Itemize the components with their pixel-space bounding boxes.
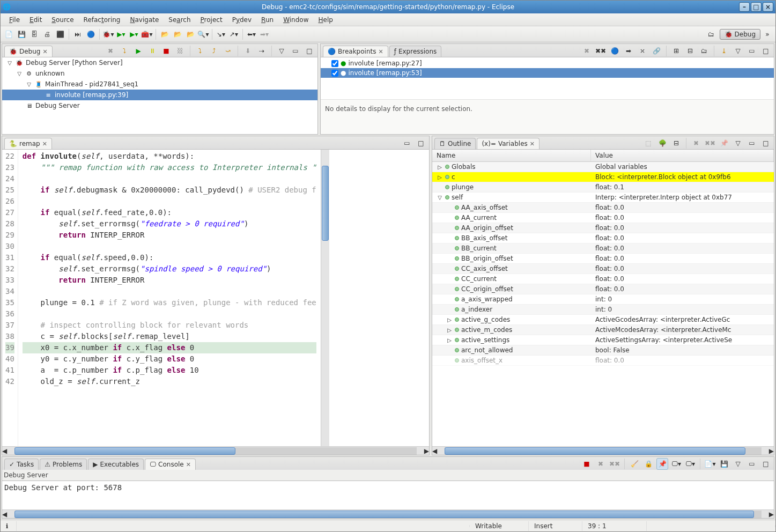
debug-tree-item[interactable]: ≡involute [remap.py:39] <box>2 90 317 100</box>
menu-refactoring[interactable]: Refactoring <box>79 15 125 25</box>
variable-row[interactable]: BB_axis_offsetfloat: 0.0 <box>432 233 774 243</box>
menu-window[interactable]: Window <box>279 15 313 25</box>
collapse-all-icon[interactable]: ⊟ <box>670 137 682 149</box>
menu-source[interactable]: Source <box>47 15 78 25</box>
connect-icon[interactable]: ⤵ <box>119 45 130 57</box>
breakpoint-checkbox[interactable] <box>331 70 338 77</box>
debug-icon[interactable]: 🐞▾ <box>102 28 114 40</box>
print-icon[interactable]: 🖨 <box>41 28 53 40</box>
code-line[interactable]: a = c.p_number if c.p_flag else 10 <box>23 365 316 376</box>
search-icon[interactable]: 🔍▾ <box>197 28 209 40</box>
menu-navigate[interactable]: Navigate <box>126 15 164 25</box>
breakpoint-checkbox[interactable] <box>331 60 338 67</box>
close-icon[interactable]: ✕ <box>42 48 47 55</box>
menu-run[interactable]: Run <box>257 15 278 25</box>
terminate-icon[interactable]: ■ <box>581 458 593 470</box>
code-line[interactable]: if self.debugmask & 0x20000000: call_pyd… <box>23 184 316 196</box>
perspective-debug[interactable]: 🐞 Debug <box>720 29 760 40</box>
show-type-icon[interactable]: ⬚ <box>642 137 654 149</box>
select-all-icon[interactable]: ✖✖ <box>704 137 716 149</box>
new-console-icon[interactable]: 📄▾ <box>704 458 716 470</box>
drop-to-frame-icon[interactable]: ⬇ <box>242 45 254 57</box>
code-line[interactable] <box>23 308 316 320</box>
tab-problems[interactable]: ⚠Problems <box>40 459 87 470</box>
menu-project[interactable]: Project <box>196 15 227 25</box>
variable-row[interactable]: ▷active_m_codesActiveMcodesArray: <inter… <box>432 325 774 335</box>
maximize-panel-icon[interactable]: □ <box>415 137 427 149</box>
code-line[interactable] <box>23 241 316 252</box>
menu-pydev[interactable]: Pydev <box>228 15 256 25</box>
prev-annotation-icon[interactable]: ↗▾ <box>228 28 240 40</box>
tab-debug[interactable]: 🐞 Debug ✕ <box>4 46 53 57</box>
remove-all-icon[interactable]: ✖✖ <box>595 45 607 57</box>
add-watch-icon[interactable]: ✖ <box>690 137 702 149</box>
code-line[interactable]: return INTERP_ERROR <box>23 275 316 286</box>
remove-all-terminated-icon[interactable]: ✖✖ <box>609 458 620 470</box>
code-line[interactable]: self.set_errormsg("feedrate > 0 required… <box>23 218 316 230</box>
collapse-all-icon[interactable]: ⊟ <box>684 45 696 57</box>
goto-file-icon[interactable]: ➡ <box>623 45 634 57</box>
variable-row[interactable]: ▷active_settingsActiveSettingsArray: <in… <box>432 335 774 345</box>
variables-hscroll[interactable]: ◀▶ <box>432 446 774 455</box>
minimize-panel-icon[interactable]: ▭ <box>290 45 301 57</box>
remove-icon[interactable]: ✖ <box>581 45 593 57</box>
code-line[interactable]: self.set_errormsg("spindle speed > 0 req… <box>23 263 316 275</box>
variable-row[interactable]: ▷cBlock: <interpreter.Block object at 0x… <box>432 172 774 182</box>
variable-row[interactable]: axis_offset_xfloat: 0.0 <box>432 356 774 366</box>
minimize-panel-icon[interactable]: ▭ <box>401 137 413 149</box>
code-line[interactable] <box>23 286 316 297</box>
run-icon[interactable]: ▶▾ <box>115 28 127 40</box>
tab-expressions[interactable]: ƒ Expressions <box>389 46 442 57</box>
resume-icon[interactable]: ▶ <box>132 45 144 57</box>
code-line[interactable]: plunge = 0.1 # if Z word was given, plun… <box>23 297 316 308</box>
close-icon[interactable]: ✕ <box>378 48 383 55</box>
open-perspective-icon[interactable]: 🗂 <box>704 28 719 40</box>
minimize-panel-icon[interactable]: ▭ <box>746 137 758 149</box>
open-type-icon[interactable]: 📂 <box>159 28 171 40</box>
display-console-icon[interactable]: 🖵▾ <box>670 458 682 470</box>
disconnect-icon[interactable]: ⛓ <box>174 45 186 57</box>
console-hscroll[interactable]: ◀▶ <box>2 509 774 518</box>
variable-row[interactable]: AA_currentfloat: 0.0 <box>432 213 774 223</box>
tab-variables[interactable]: (x)= Variables ✕ <box>477 138 539 149</box>
save-icon[interactable]: 💾 <box>16 28 27 40</box>
skip-breakpoints-icon[interactable]: ⏭ <box>72 28 84 40</box>
link-icon[interactable]: 🔗 <box>651 45 662 57</box>
menu-help[interactable]: Help <box>314 15 337 25</box>
menu-edit[interactable]: Edit <box>25 15 46 25</box>
variable-row[interactable]: BB_currentfloat: 0.0 <box>432 243 774 254</box>
working-sets-icon[interactable]: 🗂 <box>698 45 710 57</box>
code-line[interactable]: old_z = self.current_z <box>23 376 316 387</box>
save-console-icon[interactable]: 💾 <box>718 458 730 470</box>
variable-row[interactable]: CC_origin_offsetfloat: 0.0 <box>432 284 774 294</box>
expand-all-icon[interactable]: ⊞ <box>670 45 682 57</box>
tab-editor[interactable]: 🐍 remap ✕ <box>4 138 52 149</box>
tab-tasks[interactable]: ✓Tasks <box>4 459 39 470</box>
save-all-icon[interactable]: 🗄 <box>28 28 40 40</box>
maximize-panel-icon[interactable]: □ <box>760 45 772 57</box>
maximize-button[interactable]: □ <box>751 2 762 12</box>
variable-row[interactable]: AA_axis_offsetfloat: 0.0 <box>432 203 774 213</box>
close-icon[interactable]: ✕ <box>186 461 191 468</box>
debug-tree-item[interactable]: ▽🐞Debug Server [Python Server] <box>2 57 317 68</box>
variable-row[interactable]: CC_axis_offsetfloat: 0.0 <box>432 264 774 274</box>
show-logical-icon[interactable]: 🌳 <box>656 137 668 149</box>
next-annotation-icon[interactable]: ↘▾ <box>215 28 227 40</box>
scroll-lock-icon[interactable]: 🔒 <box>642 458 654 470</box>
show-supported-icon[interactable]: 🔵 <box>609 45 620 57</box>
tab-breakpoints[interactable]: 🔵 Breakpoints ✕ <box>323 46 388 57</box>
variable-row[interactable]: a_axis_wrappedint: 0 <box>432 294 774 305</box>
step-over-icon[interactable]: ⤴ <box>208 45 220 57</box>
code-line[interactable]: def involute(self, userdata, **words): <box>23 151 316 162</box>
variable-row[interactable]: arc_not_allowedbool: False <box>432 345 774 356</box>
code-line[interactable]: # inspect controlling block for relevant… <box>23 320 316 331</box>
pin-icon[interactable]: 📌 <box>718 137 730 149</box>
code-line[interactable]: if equal(self.feed_rate,0.0): <box>23 207 316 218</box>
more-perspectives-icon[interactable]: » <box>762 28 773 40</box>
variable-row[interactable]: BB_origin_offsetfloat: 0.0 <box>432 254 774 264</box>
remove-terminated-icon[interactable]: ✖ <box>105 45 116 57</box>
open-console-icon[interactable]: 🖵▾ <box>684 458 696 470</box>
debug-tree-item[interactable]: ▽⚙unknown <box>2 68 317 79</box>
view-menu-icon[interactable]: ▽ <box>732 458 744 470</box>
breakpoints-list[interactable]: ● involute [remap.py:27] ● involute [rem… <box>321 57 774 78</box>
